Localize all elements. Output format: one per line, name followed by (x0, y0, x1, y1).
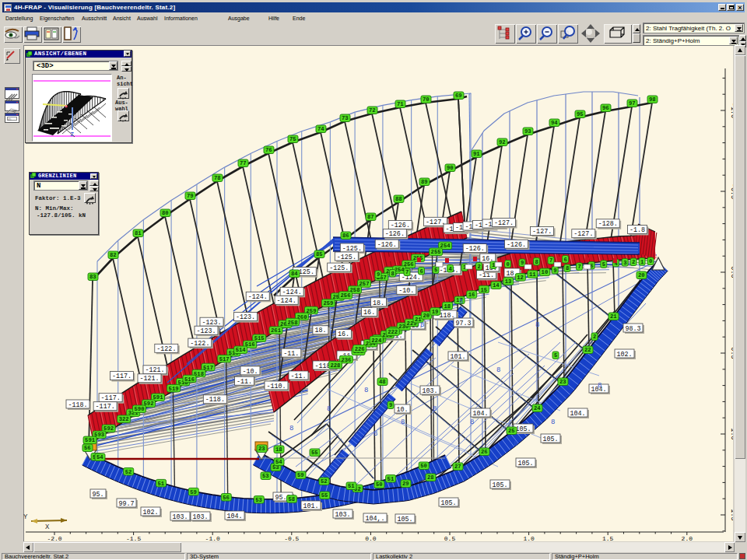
svg-text:105.: 105. (441, 499, 457, 507)
svg-text:4: 4 (449, 266, 453, 272)
svg-text:-110.: -110. (267, 383, 286, 390)
svg-text:1.5: 1.5 (729, 509, 733, 520)
svg-text:51: 51 (388, 476, 395, 482)
svg-text:7: 7 (549, 257, 552, 264)
svg-text:-122.: -122. (156, 345, 176, 353)
svg-text:2: 2 (593, 334, 596, 340)
svg-text:-127.: -127. (532, 228, 552, 236)
svg-text:322: 322 (119, 416, 129, 422)
svg-text:261: 261 (271, 327, 282, 334)
svg-text:-127.: -127. (494, 219, 514, 227)
svg-text:590: 590 (135, 406, 145, 412)
svg-text:23: 23 (559, 379, 566, 385)
svg-text:85: 85 (316, 251, 323, 257)
svg-text:58: 58 (289, 496, 296, 502)
svg-text:103.: 103. (423, 387, 438, 395)
svg-text:105.: 105. (543, 436, 559, 443)
svg-text:3: 3 (623, 260, 626, 266)
svg-text:16: 16 (468, 292, 475, 298)
svg-text:5: 5 (554, 352, 557, 359)
svg-text:6: 6 (564, 257, 567, 263)
svg-text:94: 94 (551, 120, 558, 126)
svg-text:101.: 101. (303, 502, 319, 510)
svg-text:97.3: 97.3 (456, 320, 472, 327)
svg-text:77: 77 (240, 160, 247, 166)
svg-text:54: 54 (96, 454, 103, 460)
svg-text:24: 24 (534, 405, 541, 411)
svg-text:101.: 101. (451, 353, 466, 361)
svg-text:71: 71 (397, 101, 404, 107)
svg-text:19: 19 (432, 309, 439, 315)
svg-text:-1.5: -1.5 (126, 535, 141, 541)
svg-text:-121.: -121. (146, 366, 165, 374)
svg-text:105.: 105. (398, 516, 413, 523)
svg-text:99.7: 99.7 (119, 500, 135, 508)
svg-text:8: 8 (535, 259, 538, 265)
svg-text:8: 8 (433, 405, 437, 413)
svg-text:8: 8 (420, 321, 424, 329)
svg-text:222: 222 (388, 329, 398, 335)
svg-text:8: 8 (401, 418, 405, 426)
svg-text:56: 56 (84, 445, 91, 451)
svg-text:2.0: 2.0 (682, 535, 693, 541)
svg-text:104.: 104. (570, 410, 586, 418)
svg-text:10.: 10. (397, 406, 409, 414)
svg-text:55: 55 (321, 492, 328, 499)
svg-text:105.: 105. (516, 425, 531, 433)
svg-text:21: 21 (610, 313, 617, 320)
svg-text:-11.: -11. (283, 350, 299, 358)
svg-text:6: 6 (420, 268, 423, 275)
svg-text:16.: 16. (363, 309, 375, 317)
svg-text:11: 11 (529, 271, 536, 278)
svg-text:-126.: -126. (377, 241, 397, 249)
svg-text:104,.: 104,. (366, 515, 385, 523)
svg-text:1.0: 1.0 (523, 535, 535, 541)
svg-text:Y: Y (23, 513, 28, 521)
svg-text:54: 54 (275, 459, 282, 465)
svg-text:8: 8 (514, 440, 517, 448)
svg-text:9: 9 (377, 271, 380, 278)
svg-text:103.: 103. (173, 513, 188, 521)
svg-text:-0.5: -0.5 (284, 535, 299, 541)
svg-text:27: 27 (454, 464, 461, 470)
svg-text:95: 95 (577, 111, 584, 117)
svg-text:53: 53 (262, 473, 269, 479)
svg-text:91: 91 (473, 151, 480, 157)
svg-text:8: 8 (470, 418, 474, 426)
svg-text:12: 12 (517, 275, 524, 281)
svg-text:-10.: -10. (398, 287, 414, 295)
svg-text:52: 52 (321, 478, 328, 485)
svg-text:-117.: -117. (112, 373, 132, 380)
svg-text:9: 9 (553, 268, 556, 274)
svg-text:23: 23 (258, 446, 265, 452)
svg-text:72: 72 (369, 107, 376, 114)
svg-text:-118.: -118. (205, 396, 225, 404)
svg-text:89: 89 (421, 179, 428, 185)
svg-text:-11.: -11. (291, 373, 307, 380)
svg-text:-1.0: -1.0 (205, 535, 220, 541)
svg-text:48: 48 (379, 379, 386, 385)
svg-text:519: 519 (169, 386, 179, 392)
svg-text:13: 13 (505, 278, 512, 285)
svg-text:-126.: -126. (385, 230, 405, 238)
svg-text:0.5: 0.5 (729, 347, 733, 359)
svg-text:103.: 103. (335, 511, 351, 519)
svg-text:55: 55 (311, 450, 318, 456)
svg-text:8: 8 (391, 271, 395, 277)
svg-text:-125.: -125. (342, 245, 362, 253)
svg-text:-127.: -127. (573, 230, 593, 238)
svg-text:-121.: -121. (140, 375, 160, 383)
svg-text:74: 74 (317, 126, 324, 132)
svg-text:28: 28 (427, 474, 434, 481)
svg-text:0.0: 0.0 (365, 535, 377, 541)
svg-text:-1.8: -1.8 (630, 226, 645, 234)
svg-text:98: 98 (649, 96, 656, 103)
svg-text:-126.: -126. (391, 222, 410, 229)
svg-text:73: 73 (342, 115, 349, 121)
svg-text:-117.: -117. (96, 403, 115, 411)
svg-text:259: 259 (323, 300, 333, 306)
svg-text:15: 15 (480, 287, 487, 293)
svg-text:-124.: -124. (277, 297, 296, 305)
svg-text:95.: 95. (93, 491, 104, 499)
svg-text:82: 82 (110, 252, 117, 258)
